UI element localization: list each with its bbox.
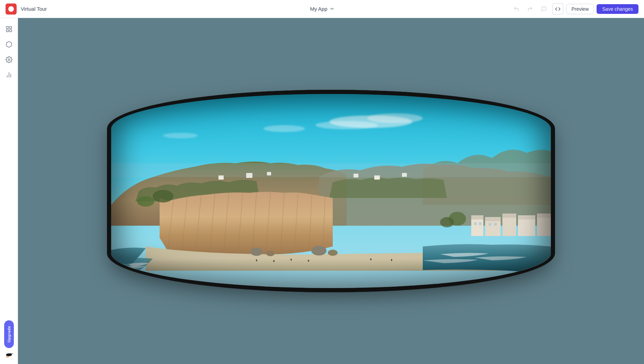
svg-point-21	[163, 133, 198, 138]
svg-rect-15	[11, 354, 14, 354]
svg-rect-11	[7, 356, 7, 358]
svg-point-42	[370, 258, 372, 260]
svg-point-18	[367, 113, 423, 123]
sidebar-bottom: Upgrade	[4, 320, 14, 361]
svg-rect-1	[9, 27, 11, 29]
app-name: Virtual Tour	[21, 6, 47, 12]
svg-rect-44	[471, 219, 483, 236]
svg-point-40	[290, 259, 292, 261]
svg-point-9	[6, 355, 9, 356]
svg-rect-2	[6, 30, 8, 32]
header-left: Virtual Tour	[6, 3, 47, 15]
logo-inner	[8, 6, 14, 12]
svg-point-34	[250, 248, 263, 256]
pano-scene	[111, 94, 551, 288]
svg-rect-47	[485, 217, 501, 221]
svg-rect-49	[502, 214, 516, 218]
svg-rect-52	[537, 217, 551, 236]
upgrade-button[interactable]: Upgrade	[4, 320, 14, 348]
svg-rect-0	[6, 27, 8, 29]
svg-point-39	[273, 260, 275, 262]
svg-rect-53	[537, 214, 551, 218]
svg-point-37	[328, 250, 338, 256]
svg-point-20	[263, 125, 305, 132]
svg-rect-12	[8, 356, 8, 358]
header-center: My App ✏	[310, 6, 334, 12]
undo-button[interactable]	[511, 3, 522, 15]
svg-rect-3	[9, 30, 11, 32]
save-button[interactable]: Save changes	[597, 4, 638, 14]
redo-button[interactable]	[525, 3, 536, 15]
svg-point-19	[315, 121, 378, 129]
sidebar: Upgrade	[0, 18, 18, 364]
brand-mascot-icon	[4, 351, 14, 360]
svg-rect-45	[471, 215, 483, 219]
svg-point-43	[391, 259, 392, 261]
app-logo	[6, 3, 17, 15]
sidebar-item-analytics[interactable]	[2, 68, 16, 82]
edit-name-icon[interactable]: ✏	[330, 6, 334, 11]
restore-button[interactable]	[538, 3, 549, 15]
svg-rect-56	[489, 223, 491, 226]
pano-frame	[111, 94, 551, 288]
svg-point-61	[137, 196, 154, 207]
preview-button[interactable]: Preview	[566, 4, 594, 14]
svg-point-60	[153, 190, 173, 202]
panoramic-viewer[interactable]	[111, 94, 551, 288]
sidebar-item-plugins[interactable]	[2, 37, 16, 51]
svg-rect-68	[111, 163, 551, 177]
svg-rect-46	[485, 220, 501, 236]
sidebar-item-layout[interactable]	[2, 22, 16, 36]
svg-point-41	[308, 260, 309, 262]
svg-rect-54	[474, 222, 477, 225]
svg-point-4	[8, 59, 10, 61]
svg-rect-57	[494, 223, 497, 226]
svg-rect-51	[518, 215, 535, 219]
canvas-area[interactable]	[18, 18, 644, 364]
svg-point-38	[256, 259, 257, 261]
svg-rect-50	[518, 219, 535, 236]
header-right: Preview Save changes	[511, 3, 638, 15]
sidebar-item-settings[interactable]	[2, 53, 16, 67]
header: Virtual Tour My App ✏	[0, 0, 644, 18]
code-editor-button[interactable]	[552, 3, 563, 15]
svg-point-59	[440, 217, 454, 227]
svg-rect-55	[479, 222, 482, 225]
svg-point-35	[266, 251, 275, 256]
project-name: My App	[310, 6, 327, 12]
svg-rect-48	[502, 217, 516, 236]
svg-point-36	[311, 246, 327, 255]
